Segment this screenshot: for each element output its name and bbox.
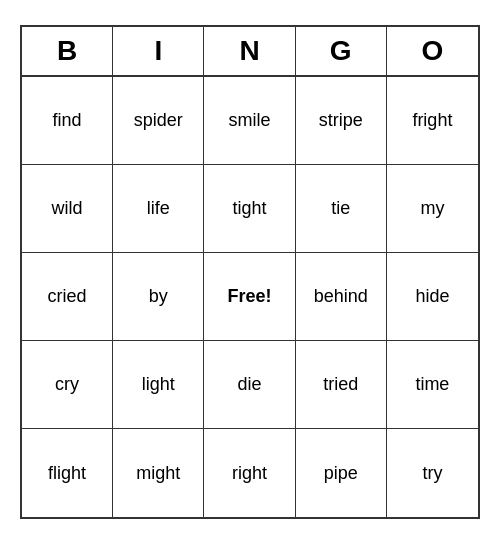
header-b: B — [22, 27, 113, 75]
bingo-cell-13[interactable]: behind — [296, 253, 387, 341]
bingo-cell-15[interactable]: cry — [22, 341, 113, 429]
bingo-cell-2[interactable]: smile — [204, 77, 295, 165]
bingo-cell-3[interactable]: stripe — [296, 77, 387, 165]
bingo-cell-10[interactable]: cried — [22, 253, 113, 341]
bingo-cell-7[interactable]: tight — [204, 165, 295, 253]
bingo-cell-12[interactable]: Free! — [204, 253, 295, 341]
header-o: O — [387, 27, 478, 75]
bingo-header: B I N G O — [22, 27, 478, 77]
bingo-cell-4[interactable]: fright — [387, 77, 478, 165]
bingo-cell-21[interactable]: might — [113, 429, 204, 517]
header-n: N — [204, 27, 295, 75]
bingo-cell-14[interactable]: hide — [387, 253, 478, 341]
bingo-cell-22[interactable]: right — [204, 429, 295, 517]
bingo-cell-0[interactable]: find — [22, 77, 113, 165]
bingo-cell-19[interactable]: time — [387, 341, 478, 429]
bingo-cell-6[interactable]: life — [113, 165, 204, 253]
header-i: I — [113, 27, 204, 75]
bingo-cell-23[interactable]: pipe — [296, 429, 387, 517]
bingo-cell-11[interactable]: by — [113, 253, 204, 341]
bingo-card: B I N G O findspidersmilestripefrightwil… — [20, 25, 480, 519]
bingo-cell-20[interactable]: flight — [22, 429, 113, 517]
bingo-cell-9[interactable]: my — [387, 165, 478, 253]
bingo-cell-17[interactable]: die — [204, 341, 295, 429]
bingo-cell-8[interactable]: tie — [296, 165, 387, 253]
bingo-cell-16[interactable]: light — [113, 341, 204, 429]
bingo-cell-5[interactable]: wild — [22, 165, 113, 253]
bingo-grid: findspidersmilestripefrightwildlifetight… — [22, 77, 478, 517]
bingo-cell-24[interactable]: try — [387, 429, 478, 517]
bingo-cell-1[interactable]: spider — [113, 77, 204, 165]
bingo-cell-18[interactable]: tried — [296, 341, 387, 429]
header-g: G — [296, 27, 387, 75]
